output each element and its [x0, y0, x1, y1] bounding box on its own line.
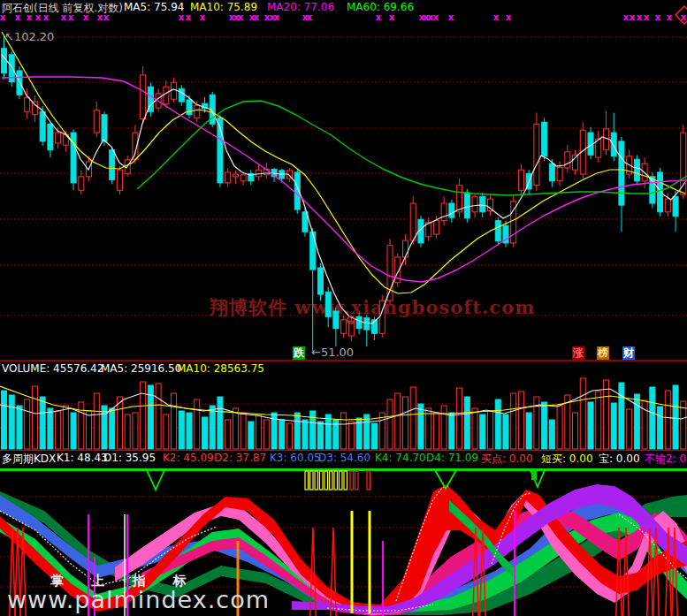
- kdx-k2: K2: 45.09: [163, 452, 214, 464]
- volume-bar: [402, 397, 408, 449]
- volume-bar: [364, 414, 370, 449]
- volume-bar: [488, 411, 493, 449]
- badge-bang[interactable]: 榜: [597, 346, 609, 360]
- candle-body: [225, 172, 231, 183]
- volume-bar: [156, 384, 161, 449]
- volume-bar: [472, 408, 477, 449]
- volume-bar: [387, 399, 393, 449]
- candle-body: [557, 167, 562, 180]
- candle-body: [542, 122, 547, 156]
- candle-body: [472, 196, 477, 212]
- volume-bar: [642, 400, 647, 449]
- kdx-header: 多周期KDX K1: 48.43 D1: 35.95 K2: 45.09 D2:…: [2, 452, 687, 466]
- volume-bar: [658, 407, 663, 449]
- candle-body: [464, 193, 469, 218]
- candle-body: [102, 115, 107, 141]
- high-price-label: ↖102.20: [4, 30, 54, 43]
- volume-bar: [87, 411, 92, 449]
- badge-die[interactable]: 跌: [293, 346, 305, 360]
- badge-cai[interactable]: 财: [622, 346, 635, 360]
- volume-header: VOLUME: 45576.42 MA5: 25916.50 MA10: 285…: [2, 362, 687, 376]
- volume-bar: [596, 392, 601, 449]
- candle-body: [310, 232, 316, 270]
- candle-body: [634, 159, 639, 181]
- volume-bar: [611, 403, 616, 449]
- candle-body: [387, 246, 393, 300]
- kdx-d3: D3: 54.60: [318, 452, 370, 464]
- candle-body: [673, 196, 678, 216]
- volume-bar: [294, 413, 300, 449]
- badge-zhang[interactable]: 涨: [572, 346, 584, 360]
- volume-bar: [94, 393, 99, 449]
- volume-bar: [225, 420, 231, 449]
- candle-body: [48, 124, 53, 149]
- candle-body: [565, 152, 570, 168]
- comb-mark-red: [355, 471, 359, 490]
- ma5-readout: MA5: 75.94: [124, 1, 184, 13]
- volume-bar: [511, 393, 516, 449]
- stock-app-window: { "header": { "title": "阿石创(日线 前复权.对数)",…: [0, 0, 687, 616]
- volume-bar: [418, 404, 424, 449]
- volume-bar: [449, 413, 454, 449]
- candle-body: [433, 221, 439, 234]
- kdx-bao: 宝: 0.00: [599, 452, 640, 466]
- kdx-d2: D2: 37.87: [214, 452, 266, 464]
- stock-title: 阿石创(日线 前复权.对数): [2, 1, 123, 16]
- comb-mark-yellow: [344, 471, 347, 490]
- volume-readout: VOLUME: 45576.42: [2, 362, 103, 375]
- candle-body: [410, 203, 416, 240]
- volume-bar: [348, 422, 354, 449]
- volume-bar: [79, 402, 84, 449]
- volume-bar: [573, 413, 578, 449]
- candle-body: [402, 240, 408, 257]
- volume-bar: [2, 391, 7, 449]
- comb-mark-yellow: [310, 471, 314, 490]
- volume-bar: [40, 397, 45, 449]
- vol-ma5-readout: MA5: 25916.50: [101, 362, 181, 375]
- volume-bar: [172, 393, 177, 449]
- kdx-k4: K4: 74.70: [375, 452, 426, 464]
- chart-canvas[interactable]: xxxxxxxxxxxxxxxxxxxxxxxxxxxxxxxxxxxxxxx: [0, 0, 687, 616]
- volume-bar: [56, 411, 61, 449]
- volume-bar: [627, 409, 632, 449]
- volume-bar: [317, 422, 323, 449]
- comb-mark-yellow: [340, 471, 343, 490]
- header-bar: 阿石创(日线 前复权.对数) MA5: 75.94 MA10: 75.89 MA…: [2, 1, 687, 15]
- volume-bar: [441, 406, 447, 449]
- candle-body: [17, 71, 22, 95]
- volume-bar: [426, 408, 431, 449]
- candle-body: [325, 292, 331, 316]
- kdx-title: 多周期KDX: [2, 452, 56, 466]
- candle-body: [341, 320, 347, 333]
- candle-body: [333, 311, 339, 329]
- volume-bar: [202, 417, 207, 449]
- volume-bar: [588, 402, 593, 449]
- volume-bar: [210, 406, 215, 449]
- volume-bar: [549, 420, 554, 449]
- comb-mark-red: [367, 471, 370, 490]
- candle-body: [2, 49, 7, 73]
- candle-body: [449, 203, 454, 217]
- comb-mark-yellow: [324, 471, 328, 490]
- volume-bar: [457, 388, 462, 449]
- candle-body: [79, 177, 84, 190]
- candle-body: [94, 110, 99, 133]
- volume-bar: [395, 393, 401, 449]
- volume-bar: [325, 414, 331, 449]
- volume-bar: [495, 399, 500, 449]
- candle-body: [534, 124, 539, 185]
- candle-body: [56, 133, 61, 143]
- volume-bar: [125, 414, 130, 449]
- comb-mark-yellow: [334, 471, 338, 490]
- volume-bar: [63, 406, 68, 449]
- volume-bar: [240, 413, 246, 449]
- candle-body: [172, 82, 177, 99]
- volume-bar: [263, 420, 269, 449]
- volume-bar: [248, 422, 254, 449]
- volume-bar: [526, 413, 531, 449]
- volume-bar: [665, 391, 670, 449]
- volume-bar: [279, 420, 285, 449]
- candle-body: [356, 316, 362, 328]
- volume-bar: [287, 423, 293, 449]
- volume-bar: [518, 392, 523, 449]
